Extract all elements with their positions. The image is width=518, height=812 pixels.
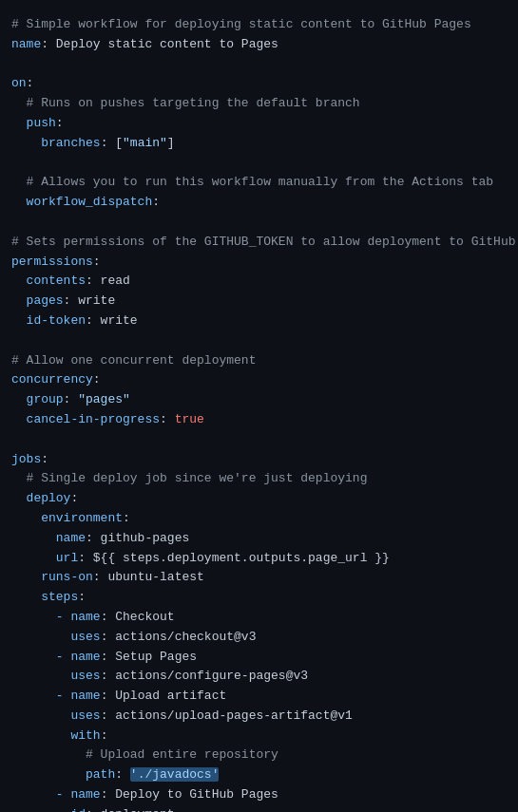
code-token: './javadocs' bbox=[130, 767, 220, 782]
code-line: # Single deploy job since we're just dep… bbox=[11, 469, 507, 489]
code-line: # Sets permissions of the GITHUB_TOKEN t… bbox=[11, 233, 507, 253]
code-token: cancel-in-progress bbox=[11, 412, 160, 426]
code-token: environment bbox=[11, 511, 123, 525]
code-token: : write bbox=[86, 313, 138, 328]
code-token: deploy bbox=[11, 491, 70, 505]
code-token: : Checkout bbox=[101, 610, 175, 624]
code-token: ] bbox=[167, 136, 175, 150]
code-line: permissions: bbox=[11, 253, 507, 273]
code-line: ​ bbox=[11, 430, 507, 450]
code-line: pages: write bbox=[11, 292, 507, 312]
code-token: "pages" bbox=[78, 392, 130, 406]
code-token: # Single deploy job since we're just dep… bbox=[11, 471, 367, 485]
code-token: - name bbox=[11, 689, 101, 703]
code-token: uses bbox=[11, 708, 101, 723]
code-line: - name: Deploy to GitHub Pages bbox=[11, 785, 507, 805]
code-token: path bbox=[11, 767, 115, 782]
code-token: name bbox=[11, 37, 41, 51]
code-line: workflow_dispatch: bbox=[11, 193, 507, 213]
code-token: group bbox=[11, 392, 64, 406]
code-token: : bbox=[115, 767, 130, 782]
code-token: : ${{ steps.deployment.outputs.page_url … bbox=[78, 551, 390, 565]
code-line: - name: Setup Pages bbox=[11, 648, 507, 668]
code-token: # Allows you to run this workflow manual… bbox=[11, 175, 493, 189]
code-token: : bbox=[78, 590, 86, 604]
code-token: "main" bbox=[123, 136, 167, 150]
code-token: branches bbox=[11, 136, 101, 150]
code-line: ​ bbox=[11, 213, 507, 233]
code-line: branches: ["main"] bbox=[11, 134, 507, 154]
code-line: # Upload entire repository bbox=[11, 746, 507, 765]
code-line: push: bbox=[11, 114, 507, 134]
code-token: : ubuntu-latest bbox=[93, 570, 204, 584]
code-token: : bbox=[27, 76, 34, 90]
code-line: ​ bbox=[11, 331, 507, 351]
code-line: # Allow one concurrent deployment bbox=[11, 351, 507, 371]
code-editor: # Simple workflow for deploying static c… bbox=[11, 15, 507, 812]
code-token: : Setup Pages bbox=[101, 650, 197, 664]
code-line: # Simple workflow for deploying static c… bbox=[11, 15, 507, 35]
code-line: environment: bbox=[11, 509, 507, 529]
code-line: uses: actions/configure-pages@v3 bbox=[11, 667, 507, 687]
code-line: ​ bbox=[11, 154, 507, 174]
code-token: name bbox=[11, 531, 86, 545]
code-line: name: github-pages bbox=[11, 529, 507, 549]
code-line: # Runs on pushes targeting the default b… bbox=[11, 94, 507, 114]
code-token: concurrency bbox=[11, 372, 93, 387]
code-token: : bbox=[41, 452, 48, 466]
code-line: jobs: bbox=[11, 450, 507, 470]
code-line: with: bbox=[11, 727, 507, 746]
code-token: workflow_dispatch bbox=[11, 195, 152, 209]
code-line: uses: actions/upload-pages-artifact@v1 bbox=[11, 707, 507, 727]
code-line: id-token: write bbox=[11, 312, 507, 331]
code-token: : actions/upload-pages-artifact@v1 bbox=[101, 708, 353, 723]
code-line: runs-on: ubuntu-latest bbox=[11, 568, 507, 588]
code-token: with bbox=[11, 728, 101, 743]
code-token: runs-on bbox=[11, 570, 93, 584]
code-token: jobs bbox=[11, 452, 41, 466]
code-line: path: './javadocs' bbox=[11, 765, 507, 785]
code-token: : bbox=[93, 372, 101, 387]
code-line: deploy: bbox=[11, 489, 507, 509]
code-token: : bbox=[70, 491, 78, 505]
code-token: push bbox=[11, 116, 56, 130]
code-token: uses bbox=[11, 630, 101, 644]
code-token: permissions bbox=[11, 255, 93, 269]
code-token: : read bbox=[86, 274, 130, 288]
code-token: # Sets permissions of the GITHUB_TOKEN t… bbox=[11, 235, 518, 249]
code-token: : bbox=[160, 412, 175, 426]
code-token: # Upload entire repository bbox=[11, 747, 278, 762]
code-line: - name: Upload artifact bbox=[11, 687, 507, 707]
code-token: : bbox=[56, 116, 64, 130]
code-token: pages bbox=[11, 293, 64, 308]
code-line: # Allows you to run this workflow manual… bbox=[11, 173, 507, 193]
code-token: : bbox=[101, 728, 108, 743]
code-line: on: bbox=[11, 74, 507, 94]
code-token: on bbox=[11, 76, 27, 90]
code-token: # Allow one concurrent deployment bbox=[11, 353, 256, 368]
code-line: ​ bbox=[11, 55, 507, 75]
code-token: : github-pages bbox=[86, 531, 189, 545]
code-line: steps: bbox=[11, 588, 507, 608]
code-line: name: Deploy static content to Pages bbox=[11, 35, 507, 55]
code-token: : deployment bbox=[86, 807, 175, 812]
code-token: id-token bbox=[11, 313, 86, 328]
code-token: : [ bbox=[101, 136, 123, 150]
code-token: : actions/checkout@v3 bbox=[101, 630, 257, 644]
code-token: url bbox=[11, 551, 78, 565]
code-token: : Upload artifact bbox=[101, 689, 227, 703]
code-line: id: deployment bbox=[11, 805, 507, 812]
code-token: steps bbox=[11, 590, 78, 604]
code-token: : bbox=[93, 255, 101, 269]
code-token: : write bbox=[64, 293, 116, 308]
code-token: # Simple workflow for deploying static c… bbox=[11, 17, 471, 31]
code-line: concurrency: bbox=[11, 370, 507, 390]
code-token: : bbox=[123, 511, 130, 525]
code-line: group: "pages" bbox=[11, 390, 507, 410]
code-line: contents: read bbox=[11, 272, 507, 292]
code-token: : Deploy static content to Pages bbox=[41, 37, 278, 51]
code-token: uses bbox=[11, 669, 101, 683]
code-token: id bbox=[11, 807, 86, 812]
code-line: - name: Checkout bbox=[11, 608, 507, 628]
code-token: : bbox=[64, 392, 79, 406]
